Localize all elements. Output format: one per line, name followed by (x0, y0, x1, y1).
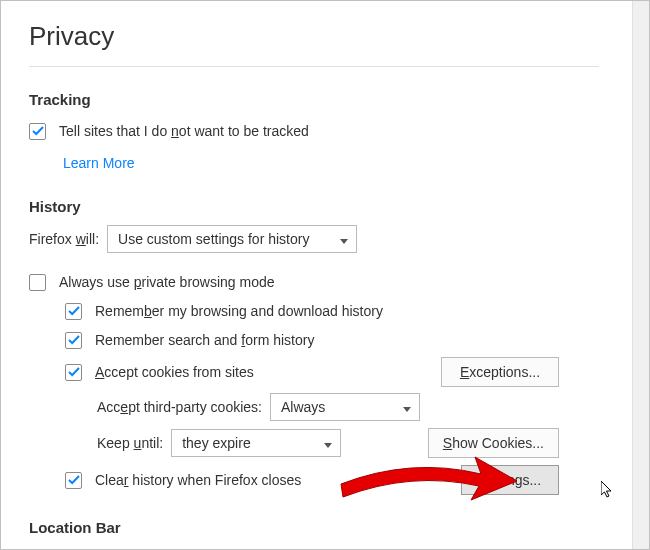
vertical-scrollbar[interactable] (632, 1, 649, 549)
tracking-heading: Tracking (29, 91, 599, 108)
remember-browsing-label: Remember my browsing and download histor… (95, 303, 383, 319)
do-not-track-checkbox[interactable] (29, 123, 46, 140)
learn-more-link[interactable]: Learn More (63, 155, 135, 171)
clear-on-close-checkbox[interactable] (65, 472, 82, 489)
history-mode-value: Use custom settings for history (118, 231, 309, 247)
show-cookies-button-label: Show Cookies... (443, 435, 544, 451)
chevron-down-icon (340, 231, 348, 247)
check-icon (68, 474, 80, 486)
accept-cookies-checkbox[interactable] (65, 364, 82, 381)
clear-on-close-label: Clear history when Firefox closes (95, 472, 301, 488)
private-browsing-checkbox[interactable] (29, 274, 46, 291)
check-icon (68, 305, 80, 317)
page-title: Privacy (29, 21, 599, 52)
chevron-down-icon (324, 435, 332, 451)
settings-button[interactable]: Settings... (461, 465, 559, 495)
remember-browsing-checkbox[interactable] (65, 303, 82, 320)
title-divider (29, 66, 599, 67)
history-mode-select[interactable]: Use custom settings for history (107, 225, 357, 253)
exceptions-button-label: Exceptions... (460, 364, 540, 380)
check-icon (68, 366, 80, 378)
keep-until-select[interactable]: they expire (171, 429, 341, 457)
location-bar-heading: Location Bar (29, 519, 599, 536)
third-party-select[interactable]: Always (270, 393, 420, 421)
firefox-will-label: Firefox will: (29, 231, 99, 247)
do-not-track-label-post: ot want to be tracked (179, 123, 309, 139)
third-party-value: Always (281, 399, 325, 415)
do-not-track-label-pre: Tell sites that I do (59, 123, 171, 139)
keep-until-label: Keep until: (97, 435, 163, 451)
third-party-label: Accept third-party cookies: (97, 399, 262, 415)
check-icon (68, 334, 80, 346)
remember-forms-checkbox[interactable] (65, 332, 82, 349)
private-browsing-label: Always use private browsing mode (59, 274, 275, 290)
do-not-track-label-u: n (171, 123, 179, 139)
accept-cookies-label: Accept cookies from sites (95, 364, 254, 380)
remember-forms-label: Remember search and form history (95, 332, 314, 348)
exceptions-button[interactable]: Exceptions... (441, 357, 559, 387)
history-heading: History (29, 198, 599, 215)
show-cookies-button[interactable]: Show Cookies... (428, 428, 559, 458)
settings-button-label: Settings... (479, 472, 541, 488)
chevron-down-icon (403, 399, 411, 415)
check-icon (32, 125, 44, 137)
keep-until-value: they expire (182, 435, 250, 451)
